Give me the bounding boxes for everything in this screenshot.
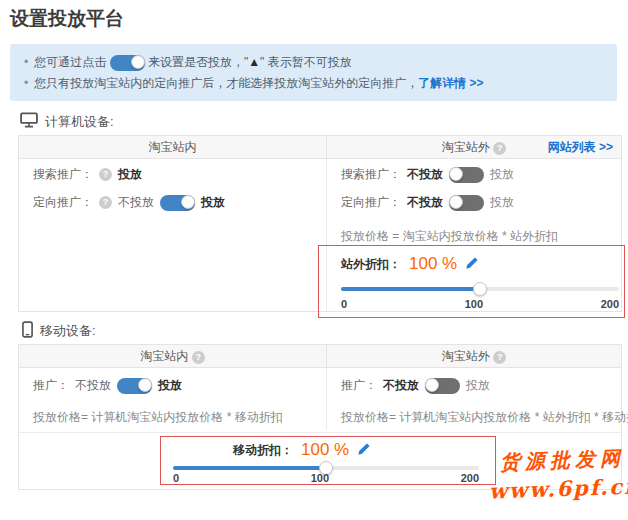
search-promo-label: 搜索推广： xyxy=(341,166,401,183)
row-divider xyxy=(19,432,621,433)
slider-fill xyxy=(173,466,326,470)
header-taobao-outside-label: 淘宝站外 xyxy=(442,349,490,363)
promo-on-label: 投放 xyxy=(466,377,490,394)
target-on-label: 投放 xyxy=(490,194,514,211)
help-icon[interactable]: ? xyxy=(99,196,112,209)
slider-fill xyxy=(341,287,480,291)
outside-discount-value: 100 % xyxy=(409,254,457,274)
outside-discount-line: 站外折扣： 100 % xyxy=(341,254,479,274)
toggle-knob xyxy=(449,167,463,181)
scale-max: 200 xyxy=(601,298,619,310)
site-list-link[interactable]: 网站列表 >> xyxy=(548,136,613,159)
slider-handle[interactable] xyxy=(473,282,487,296)
computer-inside-target-toggle[interactable] xyxy=(160,195,195,211)
mobile-outside-price-formula: 投放价格= 计算机淘宝站内投放价格 * 站外折扣 * 移动折扣 xyxy=(341,409,628,426)
page-title: 设置投放平台 xyxy=(10,6,124,32)
outside-discount-highlight-box: 站外折扣： 100 % 0 100 200 xyxy=(318,245,625,318)
mobile-outside-promo-row: 推广： 不投放 投放 xyxy=(341,377,490,394)
mobile-table-header: 淘宝站内 ? 淘宝站外 ? xyxy=(19,345,621,368)
promo-label: 推广： xyxy=(341,377,377,394)
help-icon[interactable]: ? xyxy=(192,351,205,364)
promo-label: 推广： xyxy=(33,377,69,394)
bullet-icon: • xyxy=(24,55,28,69)
outside-discount-slider[interactable] xyxy=(341,282,619,296)
toggle-knob xyxy=(138,378,152,392)
mobile-discount-value: 100 % xyxy=(301,440,349,460)
search-off-label: 不投放 xyxy=(407,166,443,183)
computer-section-title: 计算机设备: xyxy=(45,113,114,131)
mobile-discount-highlight-box: 移动折扣： 100 % 0 100 200 xyxy=(160,436,496,485)
help-icon[interactable]: ? xyxy=(493,142,506,155)
computer-outside-target-toggle[interactable] xyxy=(449,195,484,211)
computer-outside-search-toggle[interactable] xyxy=(449,167,484,183)
phone-icon xyxy=(22,321,33,341)
mobile-inside-price-formula: 投放价格= 计算机淘宝站内投放价格 * 移动折扣 xyxy=(33,409,283,426)
header-taobao-inside-label: 淘宝站内 xyxy=(140,349,188,363)
notice-line1-post: " 表示暂不可投放 xyxy=(260,55,352,69)
target-on-label: 投放 xyxy=(201,194,225,211)
edit-pencil-icon[interactable] xyxy=(465,256,479,273)
learn-more-link[interactable]: 了解详情 >> xyxy=(418,76,483,90)
help-icon[interactable]: ? xyxy=(99,168,112,181)
promo-on-label: 投放 xyxy=(158,377,182,394)
target-off-label: 不投放 xyxy=(118,194,154,211)
header-taobao-inside: 淘宝站内 xyxy=(19,136,326,159)
computer-table-header: 淘宝站内 淘宝站外 ? 网站列表 >> xyxy=(19,136,621,159)
notice-box: •您可通过点击 来设置是否投放，"▲" 表示暂不可投放 •您只有投放淘宝站内的定… xyxy=(10,44,617,101)
notice-line1-pre: 您可通过点击 xyxy=(34,55,106,69)
outside-discount-label: 站外折扣： xyxy=(341,256,401,273)
computer-inside-target-row: 定向推广： ? 不投放 投放 xyxy=(33,194,225,211)
header-taobao-outside: 淘宝站外 ? 网站列表 >> xyxy=(326,136,621,159)
toggle-knob xyxy=(425,378,439,392)
target-off-label: 不投放 xyxy=(407,194,443,211)
notice-line-1: •您可通过点击 来设置是否投放，"▲" 表示暂不可投放 xyxy=(24,52,603,73)
watermark-line1: 货源批发网 xyxy=(500,448,626,472)
watermark-line2: www.6pf.cn xyxy=(489,475,628,501)
promo-off-label: 不投放 xyxy=(75,377,111,394)
header-taobao-inside: 淘宝站内 ? xyxy=(19,345,326,368)
help-icon[interactable]: ? xyxy=(493,351,506,364)
scale-mid: 100 xyxy=(311,472,329,484)
column-divider xyxy=(326,368,327,430)
scale-min: 0 xyxy=(341,298,347,310)
target-promo-label: 定向推广： xyxy=(33,194,93,211)
toggle-knob xyxy=(131,55,145,69)
notice-line1-mid: 来设置是否投放，" xyxy=(148,55,248,69)
mobile-discount-line: 移动折扣： 100 % xyxy=(233,440,371,460)
monitor-icon xyxy=(20,112,38,131)
target-promo-label: 定向推广： xyxy=(341,194,401,211)
computer-outside-target-row: 定向推广： 不投放 投放 xyxy=(341,194,514,211)
toggle-knob xyxy=(181,195,195,209)
mobile-slider-scale: 0 100 200 xyxy=(173,472,479,484)
scale-max: 200 xyxy=(461,472,479,484)
search-promo-label: 搜索推广： xyxy=(33,166,93,183)
outside-slider-scale: 0 100 200 xyxy=(341,298,619,310)
bullet-icon: • xyxy=(24,76,28,90)
warning-triangle-icon: ▲ xyxy=(248,55,260,69)
computer-section-header: 计算机设备: xyxy=(20,112,114,131)
example-toggle[interactable] xyxy=(110,55,145,71)
promo-off-label: 不投放 xyxy=(383,377,419,394)
toggle-knob xyxy=(449,195,463,209)
notice-line-2: •您只有投放淘宝站内的定向推广后，才能选择投放淘宝站外的定向推广，了解详情 >> xyxy=(24,73,603,94)
mobile-section-header: 移动设备: xyxy=(22,321,96,341)
computer-outside-price-formula: 投放价格 = 淘宝站内投放价格 * 站外折扣 xyxy=(341,228,558,245)
scale-min: 0 xyxy=(173,472,179,484)
mobile-inside-promo-row: 推广： 不投放 投放 xyxy=(33,377,182,394)
mobile-section-title: 移动设备: xyxy=(40,322,96,340)
notice-line2-text: 您只有投放淘宝站内的定向推广后，才能选择投放淘宝站外的定向推广， xyxy=(34,76,418,90)
computer-outside-search-row: 搜索推广： 不投放 投放 xyxy=(341,166,514,183)
header-taobao-outside: 淘宝站外 ? xyxy=(326,345,621,368)
mobile-discount-label: 移动折扣： xyxy=(233,442,293,459)
search-on-label: 投放 xyxy=(490,166,514,183)
edit-pencil-icon[interactable] xyxy=(357,442,371,459)
scale-mid: 100 xyxy=(465,298,483,310)
mobile-inside-promo-toggle[interactable] xyxy=(117,378,152,394)
mobile-outside-promo-toggle[interactable] xyxy=(425,378,460,394)
header-taobao-outside-label: 淘宝站外 xyxy=(442,140,490,154)
computer-inside-search-row: 搜索推广： ? 投放 xyxy=(33,166,142,183)
search-promo-value: 投放 xyxy=(118,166,142,183)
